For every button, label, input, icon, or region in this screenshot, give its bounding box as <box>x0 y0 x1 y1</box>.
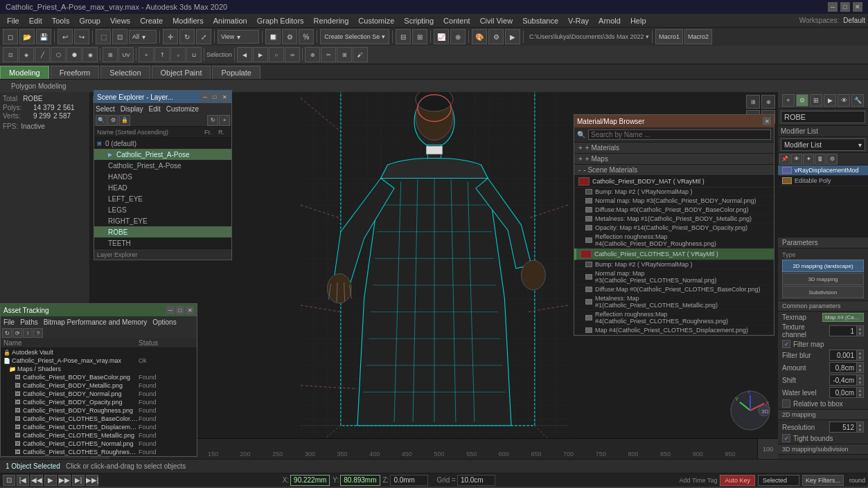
material-editor-button[interactable]: 🎨 <box>472 29 487 44</box>
schematic-view-button[interactable]: ⊕ <box>450 29 466 44</box>
resolution-down[interactable]: ▼ <box>856 427 863 432</box>
percent-snap-toggle[interactable]: % <box>299 29 314 44</box>
menu-graph-editors[interactable]: Graph Editors <box>253 14 308 27</box>
constraints-button[interactable]: ⊞ <box>103 47 118 62</box>
at-clothes-disp[interactable]: 🖼 Catholic_Priest_CLOTHES_Displacement.p… <box>1 423 197 431</box>
tree-item-catholic-group[interactable]: ▶ Catholic_Priest_A-Pose <box>94 149 231 160</box>
material-search-input[interactable] <box>588 129 771 140</box>
pin-stack-button[interactable]: 📌 <box>779 154 790 165</box>
modifier-list-dropdown[interactable]: Modifier List ▾ <box>781 138 865 151</box>
water-level-up[interactable]: ▲ <box>856 388 863 392</box>
undo-button[interactable]: ↩ <box>57 29 73 44</box>
snap-toggle[interactable]: 🔲 <box>265 29 281 44</box>
vp-zoom-button[interactable]: ⊕ <box>761 95 775 109</box>
water-level-arrows[interactable]: ▲ ▼ <box>856 388 863 397</box>
resolution-arrows[interactable]: ▲ ▼ <box>856 422 863 432</box>
tree-item-teeth[interactable]: TEETH <box>94 237 231 248</box>
type-2d-mapping[interactable]: 2D mapping (landscape) <box>782 260 864 272</box>
maps-section[interactable]: + + Maps <box>574 154 774 165</box>
at-menu-paths[interactable]: Paths <box>20 318 38 326</box>
menu-help[interactable]: Help <box>626 14 650 27</box>
material-list[interactable]: Catholic_Priest_BODY_MAT ( VRayMtl ) Bum… <box>574 176 774 335</box>
tight-bounds-checkbox[interactable] <box>782 434 790 442</box>
scene-explorer-maximize[interactable]: □ <box>211 93 219 101</box>
material-browser-controls[interactable]: ✕ <box>763 117 771 125</box>
at-clothes-roughness[interactable]: 🖼 Catholic_Priest_CLOTHES_Roughness.png … <box>1 448 197 456</box>
at-clothes-normal[interactable]: 🖼 Catholic_Priest_CLOTHES_Normal.png Fou… <box>1 440 197 448</box>
menu-file[interactable]: File <box>3 14 24 27</box>
next-frame-button[interactable]: ▶| <box>72 475 85 486</box>
new-button[interactable]: ◻ <box>3 29 18 44</box>
at-clothes-base[interactable]: 🖼 Catholic_Priest_CLOTHES_BaseColor.png … <box>1 415 197 423</box>
modify-panel-button[interactable]: ⚙ <box>796 94 808 107</box>
mat-body-bump[interactable]: Bump: Map #2 ( VRayNormalMap ) <box>574 188 774 197</box>
make-unique-button[interactable]: ✦ <box>803 154 814 165</box>
se-menu-customize[interactable]: Customize <box>166 105 199 113</box>
insert-vertex-button[interactable]: + <box>139 47 154 62</box>
tree-item-hands[interactable]: HANDS <box>94 171 231 182</box>
preserve-uv-button[interactable]: UV <box>118 47 134 62</box>
filter-map-checkbox[interactable] <box>782 340 790 348</box>
scale-button[interactable]: ⤢ <box>196 29 211 44</box>
scene-explorer-controls[interactable]: ─ □ ✕ <box>201 93 229 101</box>
at-maximize[interactable]: □ <box>176 306 184 314</box>
subobj-button[interactable]: ◈ <box>19 47 34 62</box>
scene-materials-section[interactable]: - - Scene Materials <box>574 165 774 176</box>
menu-tools[interactable]: Tools <box>48 14 74 27</box>
shift-down[interactable]: ▼ <box>856 380 863 385</box>
select-mode-dropdown[interactable]: All ▾ <box>129 30 157 44</box>
extrude-button[interactable]: ⤒ <box>154 47 170 62</box>
vp-pan-button[interactable]: ⊞ <box>746 95 760 109</box>
menu-civil-view[interactable]: Civil View <box>476 14 517 27</box>
mat-clothes-displacement[interactable]: Map #4(Catholic_Priest_CLOTHES_Displacem… <box>574 326 774 335</box>
filter-blur-up[interactable]: ▲ <box>856 350 863 355</box>
polygon-button[interactable]: ⬢ <box>67 47 82 62</box>
select-region-button[interactable]: ⊡ <box>112 29 127 44</box>
z-value[interactable]: 0.0mm <box>390 475 428 486</box>
shift-arrows[interactable]: ▲ ▼ <box>856 375 863 385</box>
menu-animation[interactable]: Animation <box>209 14 251 27</box>
water-level-spinner[interactable]: 0,0cm ▲ ▼ <box>829 387 864 398</box>
se-filter-button[interactable]: ⚙ <box>107 115 118 126</box>
mat-browser-close[interactable]: ✕ <box>763 117 771 125</box>
ring-button[interactable]: ○ <box>269 47 284 62</box>
shift-up[interactable]: ▲ <box>856 375 863 380</box>
sub-tab-polygon-modeling[interactable]: Polygon Modeling <box>6 82 72 91</box>
water-level-down[interactable]: ▼ <box>856 392 863 397</box>
amount-arrows[interactable]: ▲ ▼ <box>856 363 863 372</box>
mirror-button[interactable]: ⊟ <box>396 29 411 44</box>
tree-item-left-eye[interactable]: LEFT_EYE <box>94 193 231 204</box>
at-menu-options[interactable]: Options <box>152 318 176 326</box>
at-body-roughness[interactable]: 🖼 Catholic_Priest_BODY_Roughness.png Fou… <box>1 406 197 415</box>
mat-clothes-roughness[interactable]: Reflection roughness:Map #4(Catholic_Pri… <box>574 310 774 326</box>
last-frame-button[interactable]: ▶▶| <box>86 475 98 486</box>
angle-snap-toggle[interactable]: ⚙ <box>282 29 297 44</box>
auto-key-button[interactable]: Auto Key <box>720 475 755 486</box>
asset-tracking-list[interactable]: 🔒 Autodesk Vault 📄 Catholic_Priest_A-Pos… <box>1 348 197 456</box>
tree-item-mesh[interactable]: Catholic_Priest_A-Pose <box>94 160 231 171</box>
element-button[interactable]: ◉ <box>82 47 98 62</box>
object-name-input[interactable]: ROBE <box>781 111 865 123</box>
at-show-missing[interactable]: ! <box>23 328 33 338</box>
resolution-spinner[interactable]: 512 ▲ ▼ <box>829 422 864 433</box>
filter-blur-spinner[interactable]: 0,001 ▲ ▼ <box>829 350 864 361</box>
tab-selection[interactable]: Selection <box>100 66 150 79</box>
create-panel-button[interactable]: + <box>782 94 795 107</box>
texture-channel-spinner[interactable]: 1 ▲ ▼ <box>829 325 864 336</box>
at-body-opacity[interactable]: 🖼 Catholic_Priest_BODY_Opacity.png Found <box>1 398 197 406</box>
swift-loop-button[interactable]: ⊞ <box>337 47 352 62</box>
materials-section[interactable]: + + Materials <box>574 143 774 154</box>
amount-spinner[interactable]: 0,8cm ▲ ▼ <box>829 362 864 373</box>
window-controls[interactable]: ─ □ ✕ <box>828 2 862 12</box>
prev-key-button[interactable]: ◀◀ <box>30 475 43 486</box>
hierarchy-panel-button[interactable]: ⊞ <box>810 94 822 107</box>
play-button[interactable]: ▶ <box>44 475 57 486</box>
paint-deform-button[interactable]: 🖌 <box>353 47 368 62</box>
mat-clothes-metalness[interactable]: Metalness: Map #1(Catholic_Priest_CLOTHE… <box>574 294 774 310</box>
border-button[interactable]: ⬡ <box>51 47 66 62</box>
se-menu-edit[interactable]: Edit <box>149 105 161 113</box>
menu-rendering[interactable]: Rendering <box>310 14 353 27</box>
menu-create[interactable]: Create <box>136 14 167 27</box>
at-body-metallic[interactable]: 🖼 Catholic_Priest_BODY_Metallic.png Foun… <box>1 381 197 390</box>
tab-object-paint[interactable]: Object Paint <box>152 66 211 79</box>
